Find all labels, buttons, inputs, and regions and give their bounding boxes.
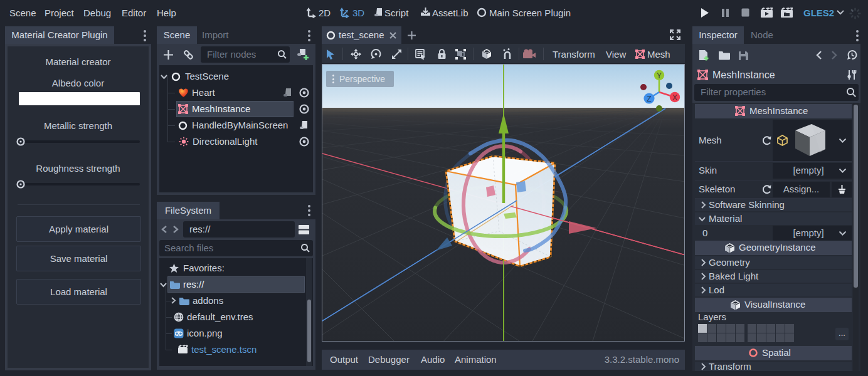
svg-text:Z: Z bbox=[647, 95, 651, 103]
svg-text:X: X bbox=[672, 93, 677, 102]
svg-text:Y: Y bbox=[657, 71, 662, 80]
